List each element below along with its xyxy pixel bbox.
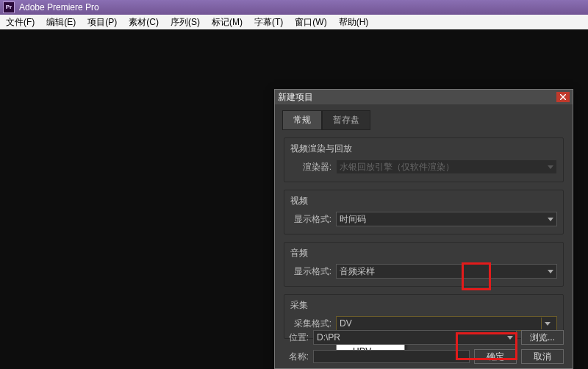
dialog-footer: 位置: D:\PR 浏览... 名称: 确定 取消 bbox=[284, 326, 564, 364]
name-input[interactable] bbox=[313, 350, 470, 363]
chevron-down-icon bbox=[507, 336, 513, 340]
app-title: Adobe Premiere Pro bbox=[19, 2, 99, 12]
group-audio-title: 音频 bbox=[290, 247, 557, 259]
dialog-titlebar[interactable]: 新建项目 bbox=[275, 90, 573, 104]
tab-scratch[interactable]: 暂存盘 bbox=[322, 110, 370, 130]
group-render: 视频渲染与回放 渲染器: 水银回放引擎（仅软件渲染） bbox=[284, 137, 564, 182]
audio-format-label: 显示格式: bbox=[290, 265, 331, 278]
menu-clip[interactable]: 素材(C) bbox=[126, 15, 162, 29]
renderer-select: 水银回放引擎（仅软件渲染） bbox=[336, 160, 557, 174]
name-label: 名称: bbox=[284, 351, 309, 363]
menu-project[interactable]: 项目(P) bbox=[85, 15, 120, 29]
app-icon: Pr bbox=[3, 1, 15, 13]
chevron-down-icon bbox=[548, 165, 553, 169]
group-audio: 音频 显示格式: 音频采样 bbox=[284, 242, 564, 287]
menu-marker[interactable]: 标记(M) bbox=[209, 15, 245, 29]
chevron-down-icon bbox=[548, 270, 553, 273]
close-icon bbox=[560, 94, 566, 100]
video-format-label: 显示格式: bbox=[290, 213, 331, 226]
tab-general[interactable]: 常规 bbox=[282, 110, 322, 130]
menu-edit[interactable]: 编辑(E) bbox=[43, 15, 79, 29]
menu-help[interactable]: 帮助(H) bbox=[336, 15, 372, 29]
menu-window[interactable]: 窗口(W) bbox=[292, 15, 329, 29]
menubar: 文件(F) 编辑(E) 项目(P) 素材(C) 序列(S) 标记(M) 字幕(T… bbox=[0, 15, 588, 29]
new-project-dialog: 新建项目 常规 暂存盘 视频渲染与回放 渲染器: 水银回放引擎（仅软件渲染） 视… bbox=[274, 89, 573, 369]
dialog-panel: 视频渲染与回放 渲染器: 水银回放引擎（仅软件渲染） 视频 显示格式: 时间码 … bbox=[284, 137, 564, 339]
cancel-button[interactable]: 取消 bbox=[521, 349, 564, 364]
group-video-title: 视频 bbox=[290, 195, 557, 207]
location-label: 位置: bbox=[284, 332, 309, 344]
video-format-select[interactable]: 时间码 bbox=[336, 212, 557, 226]
close-button[interactable] bbox=[556, 92, 570, 102]
location-select[interactable]: D:\PR bbox=[313, 330, 517, 345]
chevron-down-icon bbox=[548, 218, 553, 221]
video-format-value: 时间码 bbox=[340, 213, 366, 226]
chevron-down-icon bbox=[545, 322, 551, 326]
audio-format-value: 音频采样 bbox=[340, 265, 375, 278]
group-video: 视频 显示格式: 时间码 bbox=[284, 190, 564, 234]
renderer-label: 渲染器: bbox=[290, 161, 331, 173]
menu-title[interactable]: 字幕(T) bbox=[251, 15, 286, 29]
titlebar: Pr Adobe Premiere Pro bbox=[0, 0, 588, 15]
browse-button[interactable]: 浏览... bbox=[521, 330, 564, 345]
menu-file[interactable]: 文件(F) bbox=[3, 15, 37, 29]
group-render-title: 视频渲染与回放 bbox=[290, 143, 557, 155]
dialog-title: 新建项目 bbox=[278, 91, 313, 104]
renderer-value: 水银回放引擎（仅软件渲染） bbox=[340, 161, 454, 173]
location-value: D:\PR bbox=[317, 332, 340, 343]
group-capture-title: 采集 bbox=[290, 299, 557, 312]
dialog-tabs: 常规 暂存盘 bbox=[282, 110, 565, 130]
menu-sequence[interactable]: 序列(S) bbox=[168, 15, 203, 29]
ok-button[interactable]: 确定 bbox=[474, 349, 517, 364]
audio-format-select[interactable]: 音频采样 bbox=[336, 264, 557, 279]
